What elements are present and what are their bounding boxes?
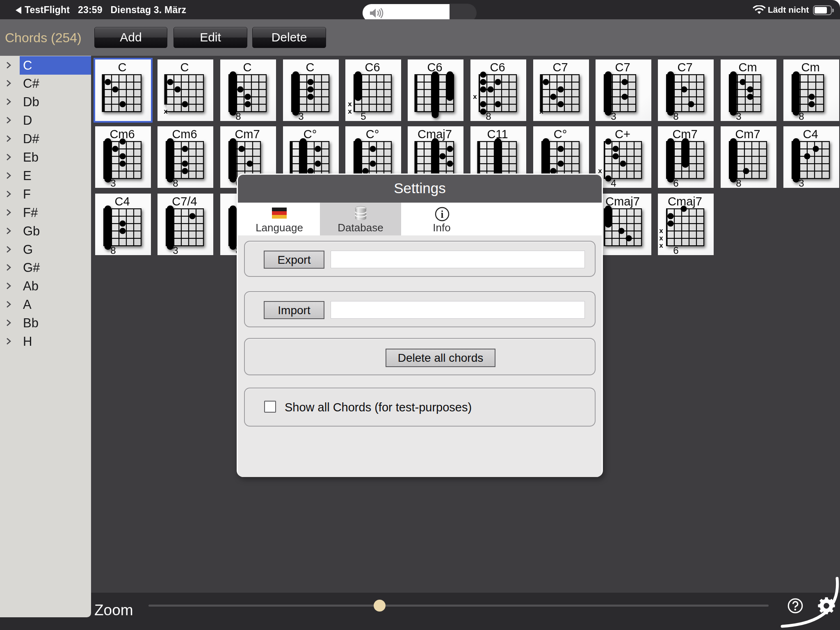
svg-text:C7/4: C7/4 — [172, 195, 197, 208]
svg-text:Cm7: Cm7 — [735, 128, 760, 141]
svg-text:x: x — [539, 107, 543, 115]
svg-text:C: C — [118, 61, 127, 74]
svg-text:C6: C6 — [490, 61, 505, 74]
svg-text:6: 6 — [673, 178, 678, 188]
svg-text:C7: C7 — [615, 61, 630, 74]
svg-text:i: i — [441, 209, 444, 220]
svg-text:C: C — [180, 61, 189, 74]
svg-text:8: 8 — [235, 111, 241, 121]
svg-text:3: 3 — [298, 111, 304, 121]
svg-text:8: 8 — [673, 111, 678, 121]
svg-text:x: x — [659, 227, 663, 235]
svg-text:8: 8 — [736, 178, 741, 188]
svg-text:3: 3 — [173, 245, 178, 255]
svg-text:Cm: Cm — [738, 61, 757, 74]
svg-text:8: 8 — [799, 111, 804, 121]
svg-text:5: 5 — [361, 111, 366, 121]
svg-text:Cm: Cm — [801, 61, 819, 74]
svg-text:C: C — [243, 61, 252, 74]
svg-text:C6: C6 — [365, 61, 380, 74]
svg-text:x: x — [348, 100, 352, 108]
svg-text:8: 8 — [486, 111, 491, 121]
svg-text:C4: C4 — [803, 128, 818, 141]
svg-text:x: x — [348, 107, 352, 115]
svg-text:3: 3 — [611, 111, 616, 121]
svg-text:x: x — [659, 242, 663, 249]
svg-text:Cmaj7: Cmaj7 — [605, 195, 640, 208]
svg-text:C7: C7 — [552, 61, 568, 74]
svg-text:C+: C+ — [615, 128, 630, 141]
svg-text:C7: C7 — [677, 61, 692, 74]
svg-text:x: x — [473, 93, 477, 100]
svg-text:C°: C° — [304, 128, 317, 141]
svg-text:8: 8 — [173, 178, 178, 188]
svg-text:x: x — [164, 107, 168, 115]
svg-text:4: 4 — [611, 178, 616, 188]
svg-text:Cm6: Cm6 — [172, 128, 197, 141]
svg-text:C: C — [306, 61, 315, 74]
svg-text:C°: C° — [554, 128, 567, 141]
svg-text:x: x — [659, 234, 663, 242]
svg-text:C4: C4 — [114, 195, 130, 208]
svg-text:Cm7: Cm7 — [235, 128, 260, 141]
svg-text:3: 3 — [799, 178, 804, 188]
svg-text:6: 6 — [673, 245, 678, 255]
svg-text:3: 3 — [736, 111, 741, 121]
svg-text:8: 8 — [110, 245, 116, 255]
svg-text:3: 3 — [110, 178, 116, 188]
svg-text:C°: C° — [366, 128, 379, 141]
